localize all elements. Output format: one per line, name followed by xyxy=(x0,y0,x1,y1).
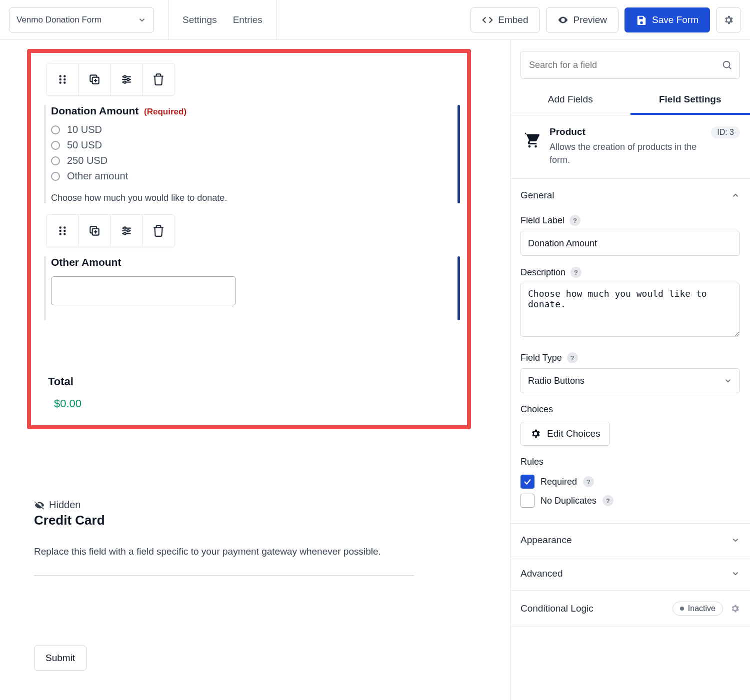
svg-point-16 xyxy=(59,227,60,228)
conditional-status-label: Inactive xyxy=(688,604,716,613)
radio-option[interactable]: Other amount xyxy=(51,168,448,184)
field-type-value: Radio Buttons xyxy=(528,376,584,386)
drag-handle[interactable] xyxy=(46,63,78,95)
section-appearance-header[interactable]: Appearance xyxy=(510,524,750,557)
section-conditional-logic[interactable]: Conditional Logic Inactive xyxy=(510,591,750,627)
settings-button[interactable] xyxy=(110,63,142,95)
tab-add-fields[interactable]: Add Fields xyxy=(510,84,630,115)
section-title: Conditional Logic xyxy=(520,603,594,614)
delete-button[interactable] xyxy=(142,63,174,95)
section-advanced-header[interactable]: Advanced xyxy=(510,557,750,590)
chevron-up-icon xyxy=(731,191,740,200)
chevron-down-icon xyxy=(731,569,740,578)
svg-point-18 xyxy=(59,230,60,231)
form-settings-gear-button[interactable] xyxy=(716,7,741,32)
code-icon xyxy=(482,14,493,25)
credit-card-field[interactable]: Hidden Credit Card Replace this field wi… xyxy=(34,499,414,576)
status-dot-icon xyxy=(680,607,684,611)
field-id-badge: ID: 3 xyxy=(711,126,740,138)
submit-button[interactable]: Submit xyxy=(34,646,86,671)
section-general: General Field Label? Description? Field … xyxy=(510,179,750,524)
field-quick-actions xyxy=(46,214,175,247)
help-icon[interactable]: ? xyxy=(583,476,594,487)
svg-point-21 xyxy=(64,233,65,235)
selection-indicator xyxy=(458,256,460,320)
preview-button[interactable]: Preview xyxy=(546,7,619,32)
svg-point-4 xyxy=(64,78,65,80)
svg-point-13 xyxy=(124,75,126,77)
edit-choices-button[interactable]: Edit Choices xyxy=(520,422,610,446)
help-icon[interactable]: ? xyxy=(567,352,578,363)
nav-settings[interactable]: Settings xyxy=(182,14,217,25)
search-icon xyxy=(722,59,732,70)
credit-card-title: Credit Card xyxy=(34,513,414,528)
no-duplicates-label: No Duplicates xyxy=(540,496,596,506)
radio-label: Other amount xyxy=(67,170,128,182)
delete-button[interactable] xyxy=(142,215,174,247)
total-field[interactable]: Total $0.00 xyxy=(48,375,457,410)
form-switcher[interactable]: Venmo Donation Form xyxy=(9,7,154,32)
svg-point-15 xyxy=(124,81,126,83)
other-amount-field[interactable]: Other Amount xyxy=(44,256,454,320)
help-icon[interactable]: ? xyxy=(602,495,614,506)
radio-icon xyxy=(51,141,60,150)
no-duplicates-checkbox[interactable] xyxy=(520,494,534,508)
help-text: Choose how much you would like to donate… xyxy=(51,193,448,203)
conditional-status-pill: Inactive xyxy=(672,602,723,616)
radio-label: 250 USD xyxy=(67,155,108,166)
svg-point-14 xyxy=(127,78,129,80)
field-search[interactable] xyxy=(520,51,740,79)
section-title: Appearance xyxy=(520,535,572,546)
gear-icon xyxy=(530,428,541,439)
required-checkbox[interactable] xyxy=(520,475,534,489)
choices-label: Choices xyxy=(520,404,740,415)
duplicate-button[interactable] xyxy=(78,63,110,95)
description-input[interactable] xyxy=(520,283,740,337)
radio-option[interactable]: 50 USD xyxy=(51,137,448,153)
divider xyxy=(168,0,168,40)
chevron-down-icon xyxy=(138,15,146,24)
form-canvas: Donation Amount (Required) 10 USD 50 USD… xyxy=(0,40,510,700)
radio-group: 10 USD 50 USD 250 USD Other amount xyxy=(51,122,448,184)
field-label: Other Amount xyxy=(51,256,448,268)
sidebar-tabs: Add Fields Field Settings xyxy=(510,84,750,115)
save-icon xyxy=(636,14,647,25)
chevron-down-icon xyxy=(724,376,732,385)
other-amount-input[interactable] xyxy=(51,276,236,305)
section-advanced: Advanced xyxy=(510,557,750,591)
radio-label: 50 USD xyxy=(67,139,102,151)
donation-amount-field[interactable]: Donation Amount (Required) 10 USD 50 USD… xyxy=(44,105,454,203)
field-type-header: Product Allows the creation of products … xyxy=(510,115,750,179)
svg-point-1 xyxy=(59,75,60,77)
field-type-select[interactable]: Radio Buttons xyxy=(520,368,740,393)
drag-handle[interactable] xyxy=(46,215,78,247)
tab-field-settings[interactable]: Field Settings xyxy=(630,84,750,115)
edit-choices-label: Edit Choices xyxy=(547,428,600,439)
save-form-button[interactable]: Save Form xyxy=(624,7,710,32)
embed-button[interactable]: Embed xyxy=(470,7,540,32)
total-label: Total xyxy=(48,375,457,388)
field-quick-actions xyxy=(46,63,175,96)
help-icon[interactable]: ? xyxy=(570,267,582,278)
svg-point-6 xyxy=(64,82,65,83)
svg-point-29 xyxy=(127,230,129,232)
nav-entries[interactable]: Entries xyxy=(233,14,262,25)
duplicate-button[interactable] xyxy=(78,215,110,247)
save-label: Save Form xyxy=(652,14,698,25)
svg-point-17 xyxy=(64,227,65,228)
radio-option[interactable]: 10 USD xyxy=(51,122,448,137)
divider xyxy=(276,0,277,40)
field-type-name: Product xyxy=(550,126,702,137)
preview-label: Preview xyxy=(574,14,608,25)
field-label-input[interactable] xyxy=(520,231,740,256)
settings-button[interactable] xyxy=(110,215,142,247)
svg-point-3 xyxy=(59,78,60,80)
section-general-header[interactable]: General xyxy=(510,179,750,212)
gear-icon xyxy=(723,14,734,25)
svg-point-0 xyxy=(562,19,564,21)
gear-icon[interactable] xyxy=(730,604,740,614)
svg-point-2 xyxy=(64,75,65,77)
radio-option[interactable]: 250 USD xyxy=(51,153,448,168)
help-icon[interactable]: ? xyxy=(570,215,580,226)
search-input[interactable] xyxy=(528,59,722,71)
